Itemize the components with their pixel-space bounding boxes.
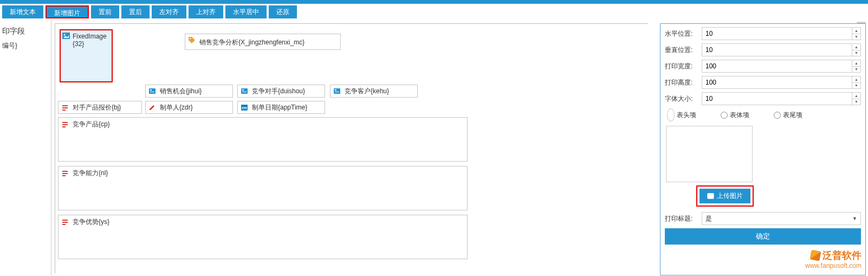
align-top-button[interactable]: 上对齐 <box>189 5 223 18</box>
canvas-wrap: FixedImage{32} 销售竞争分析{X_jingzhengfenxi_m… <box>51 20 648 275</box>
chevron-down-icon: ▼ <box>852 216 857 221</box>
field-text: 竞争对手{duishou} <box>252 87 305 96</box>
confirm-button[interactable]: 确定 <box>665 228 861 245</box>
field-cp[interactable]: 竞争产品{cp} <box>58 117 468 162</box>
fixed-image-block[interactable]: FixedImage{32} <box>60 29 113 82</box>
calendar-icon <box>241 104 248 111</box>
spinner-down-icon[interactable]: ▼ <box>852 67 860 73</box>
svg-rect-6 <box>241 88 248 94</box>
svg-rect-12 <box>62 105 68 106</box>
svg-rect-11 <box>335 92 339 92</box>
hpos-spinner[interactable]: ▲▼ <box>702 27 861 40</box>
field-zdr[interactable]: 制单人{zdr} <box>145 101 233 114</box>
svg-rect-16 <box>241 105 248 106</box>
svg-rect-4 <box>150 89 152 91</box>
toolbar: 新增文本 新增图片 置前 置后 左对齐 上对齐 水平居中 还原 <box>0 4 868 20</box>
field-text: 竞争能力{nl} <box>73 169 108 177</box>
radio-label: 表体项 <box>730 111 749 120</box>
svg-point-1 <box>64 34 66 36</box>
spinner-down-icon[interactable]: ▼ <box>852 50 860 56</box>
align-left-button[interactable]: 左对齐 <box>152 5 186 18</box>
field-duishou[interactable]: 竞争对手{duishou} <box>237 85 325 98</box>
field-jihui[interactable]: 销售机会{jihui} <box>145 85 233 98</box>
svg-rect-28 <box>62 224 66 225</box>
title-field[interactable]: 销售竞争分析{X_jingzhengfenxi_mc} <box>185 34 341 50</box>
svg-rect-5 <box>150 92 154 92</box>
spinner-up-icon[interactable]: ▲ <box>852 28 860 34</box>
vpos-input[interactable] <box>702 44 852 56</box>
field-text: 制单日期{appTime} <box>252 103 307 112</box>
fontsize-input[interactable] <box>702 93 852 105</box>
text-icon <box>61 120 69 128</box>
pheight-label: 打印高度: <box>665 78 702 87</box>
svg-point-30 <box>709 194 710 195</box>
image-icon <box>62 33 70 39</box>
svg-rect-24 <box>62 173 68 174</box>
field-list-item[interactable]: 编号} <box>0 40 51 52</box>
text-icon <box>61 218 69 226</box>
spinner-down-icon[interactable]: ▼ <box>852 34 860 40</box>
spinner-up-icon[interactable]: ▲ <box>852 44 860 50</box>
svg-point-2 <box>190 38 191 39</box>
text-icon <box>61 104 69 111</box>
spinner-up-icon[interactable]: ▲ <box>852 93 860 99</box>
tag-icon <box>188 36 196 44</box>
design-canvas[interactable]: FixedImage{32} 销售竞争分析{X_jingzhengfenxi_m… <box>55 23 648 273</box>
left-fields-panel: 印字段 编号} <box>0 20 51 275</box>
add-image-button[interactable]: 新增图片 <box>46 5 89 18</box>
field-text: 竞争产品{cp} <box>73 120 110 128</box>
center-horizontal-button[interactable]: 水平居中 <box>225 5 267 18</box>
card-icon <box>333 87 341 95</box>
spinner-up-icon[interactable]: ▲ <box>852 76 860 83</box>
svg-rect-29 <box>708 194 714 198</box>
restore-button[interactable]: 还原 <box>269 5 297 18</box>
svg-rect-7 <box>242 89 244 91</box>
card-icon <box>148 87 156 95</box>
fontsize-spinner[interactable]: ▲▼ <box>702 92 861 105</box>
field-kehu[interactable]: 竞争客户{kehu} <box>330 85 418 98</box>
pwidth-label: 打印宽度: <box>665 62 702 71</box>
vpos-label: 垂直位置: <box>665 46 702 55</box>
field-nl[interactable]: 竞争能力{nl} <box>58 166 468 210</box>
svg-rect-21 <box>62 124 68 125</box>
radio-header[interactable]: 表头项 <box>667 108 696 121</box>
upload-image-button[interactable]: 上传图片 <box>699 189 750 203</box>
add-text-button[interactable]: 新增文本 <box>2 5 43 18</box>
radio-label: 表头项 <box>677 111 696 120</box>
logo-icon <box>810 250 821 261</box>
svg-rect-18 <box>244 107 245 108</box>
pheight-input[interactable] <box>702 76 852 88</box>
pwidth-input[interactable] <box>702 60 852 72</box>
brand-url: www.fanpusoft.com <box>805 262 861 269</box>
watermark: 泛普软件 www.fanpusoft.com <box>805 249 861 269</box>
radio-icon <box>721 112 728 119</box>
field-apptime[interactable]: 制单日期{appTime} <box>237 101 325 114</box>
svg-rect-25 <box>62 175 66 176</box>
svg-rect-19 <box>245 107 247 108</box>
spinner-up-icon[interactable]: ▲ <box>852 60 860 67</box>
field-text: 对手产品报价{bj} <box>73 103 121 112</box>
radio-icon <box>667 108 675 121</box>
window-titlebar <box>0 0 868 4</box>
spinner-down-icon[interactable]: ▼ <box>852 83 860 89</box>
fixed-image-label: FixedImage{32} <box>73 33 107 48</box>
radio-label: 表尾项 <box>783 111 802 120</box>
svg-rect-17 <box>242 107 243 108</box>
svg-rect-8 <box>242 92 247 92</box>
field-ys[interactable]: 竞争优势{ys} <box>58 215 468 259</box>
send-back-button[interactable]: 置后 <box>121 5 150 18</box>
print-title-select[interactable]: 是 ▼ <box>702 212 861 225</box>
main-area: 印字段 编号} FixedImage{32} 销售竞争分析{X_jingzhen… <box>0 20 868 275</box>
radio-footer[interactable]: 表尾项 <box>774 111 802 120</box>
edit-icon <box>148 104 156 111</box>
hpos-input[interactable] <box>702 28 852 40</box>
radio-body[interactable]: 表体项 <box>721 111 749 120</box>
text-icon <box>61 169 69 177</box>
pheight-spinner[interactable]: ▲▼ <box>702 76 861 89</box>
svg-rect-22 <box>62 126 66 127</box>
bring-front-button[interactable]: 置前 <box>91 5 119 18</box>
field-bj[interactable]: 对手产品报价{bj} <box>58 101 142 114</box>
pwidth-spinner[interactable]: ▲▼ <box>702 60 861 73</box>
vpos-spinner[interactable]: ▲▼ <box>702 43 861 56</box>
spinner-down-icon[interactable]: ▼ <box>852 99 860 105</box>
